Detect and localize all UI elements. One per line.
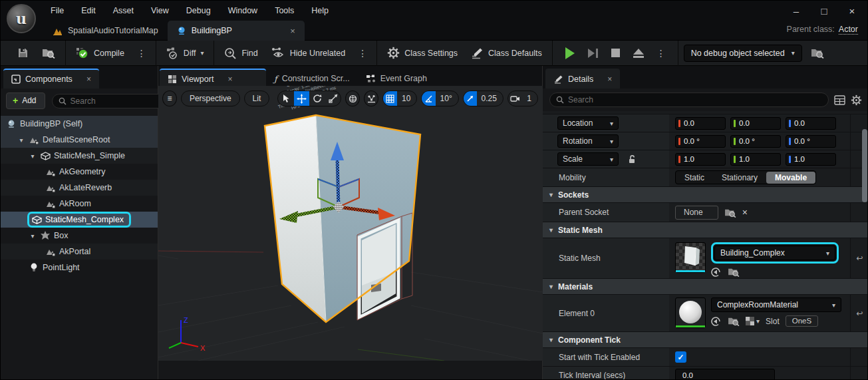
close-panel-icon[interactable]: × [607,75,612,84]
scale-snap-control[interactable]: 0.25 [463,91,504,106]
tree-row-box[interactable]: ▾ Box [1,228,158,244]
details-settings-gear-icon[interactable] [851,95,862,106]
tree-row-defaultsceneroot[interactable]: ▾ DefaultSceneRoot [1,132,158,148]
close-button[interactable]: × [841,2,863,19]
location-z-field[interactable]: 0.0 [786,117,836,130]
static-mesh-asset-dropdown[interactable]: Building_Complex ▾ [714,246,835,260]
grid-snap-control[interactable]: 10 [382,91,417,106]
location-y-field[interactable]: 0.0 [730,117,781,130]
close-tab-icon[interactable]: × [290,26,295,36]
frame-skip-button[interactable] [583,45,603,61]
class-defaults-button[interactable]: Class Defaults [466,44,547,63]
menu-file[interactable]: File [43,3,71,18]
scale-lock-open-icon[interactable] [628,154,636,164]
stop-button[interactable] [607,45,625,61]
slot-name-field[interactable]: OneS [786,315,818,327]
menu-edit[interactable]: Edit [74,3,103,18]
perspective-dropdown[interactable]: Perspective [181,91,240,106]
material-thumbnail[interactable] [675,297,706,328]
scale-y-field[interactable]: 1.0 [730,153,781,166]
camera-speed-control[interactable]: 1 [507,91,538,106]
viewport-3d-scene[interactable]: Z X 445.17 sq ... m Decay: 1.35 secs Aux… [158,86,543,361]
menu-help[interactable]: Help [304,3,336,18]
browse-to-asset-icon[interactable] [728,316,740,326]
menu-window[interactable]: Window [221,3,265,18]
viewport-options-button[interactable]: ≡ [162,91,177,106]
move-tool-button[interactable] [294,91,310,106]
diff-button[interactable]: Diff ▾ [162,44,209,63]
static-mesh-section-header[interactable]: ▾ Static Mesh [543,222,868,238]
minimize-button[interactable]: – [785,2,807,19]
hide-unrelated-button[interactable]: Hide Unrelated [267,44,350,63]
rotation-y-field[interactable]: 0.0 ° [730,135,781,148]
debug-browse-button[interactable] [806,44,829,62]
reset-static-mesh-button[interactable]: ↩ [850,238,868,278]
rotation-dropdown[interactable]: Rotation ▾ [557,134,619,148]
tree-row-aklatereverb[interactable]: AkLateReverb [1,180,158,196]
details-search[interactable] [549,93,829,107]
parent-class-link[interactable]: Actor [839,25,858,35]
find-options-kebab[interactable]: ⋮ [354,47,371,60]
materials-section-header[interactable]: ▾ Materials [543,279,868,295]
debug-object-dropdown[interactable]: No debug object selected ▾ [684,45,802,62]
scale-tool-button[interactable] [325,91,341,106]
tab-components[interactable]: Components × [3,69,99,89]
play-button[interactable] [561,44,579,63]
browse-to-asset-icon[interactable] [728,267,740,277]
details-scrollbar[interactable] [862,129,867,202]
menu-debug[interactable]: Debug [179,3,218,18]
expander-icon[interactable]: ▾ [29,152,37,160]
details-search-input[interactable] [568,95,822,104]
rotation-x-field[interactable]: 0.0 ° [675,135,726,148]
tree-row-akgeometry[interactable]: AkGeometry [1,164,158,180]
tree-row-staticmesh-complex[interactable]: StaticMesh_Complex [1,212,158,228]
mobility-stationary[interactable]: Stationary [713,172,766,184]
rotation-z-field[interactable]: 0.0 ° [786,135,836,148]
tick-interval-field[interactable]: 0.0 [675,369,775,380]
tab-spatialaudiotutorialmap[interactable]: SpatialAudioTutorialMap [43,21,168,41]
surface-snapping-button[interactable] [364,91,378,106]
expander-icon[interactable]: ▾ [17,136,25,144]
compile-options-kebab[interactable]: ⋮ [133,47,150,60]
static-mesh-thumbnail[interactable] [675,242,706,273]
tree-row-staticmesh-simple[interactable]: ▾ StaticMesh_Simple [1,148,158,164]
browse-asset-button[interactable] [37,44,60,62]
clear-socket-icon[interactable]: × [742,207,748,218]
tree-row-buildingbp[interactable]: BuildingBP (Self) [1,116,158,132]
tree-row-pointlight[interactable]: PointLight [1,260,158,276]
location-dropdown[interactable]: Location ▾ [557,116,619,130]
play-options-kebab[interactable]: ⋮ [652,47,670,60]
tree-row-akroom[interactable]: AkRoom [1,196,158,212]
expander-icon[interactable]: ▾ [29,232,37,240]
mobility-static[interactable]: Static [676,172,713,184]
find-button[interactable]: Find [219,44,262,63]
browse-folder-icon[interactable] [724,208,736,218]
close-panel-icon[interactable]: × [227,75,232,84]
component-tick-section-header[interactable]: ▾ Component Tick [543,332,868,348]
tab-details[interactable]: Details × [545,69,620,89]
unreal-logo-icon[interactable]: u [7,4,36,33]
mobility-movable[interactable]: Movable [766,172,815,184]
location-x-field[interactable]: 0.0 [675,117,726,130]
gizmo-z-axis[interactable] [337,158,339,207]
display-filter-icon[interactable] [834,95,845,105]
tab-buildingbp[interactable]: BuildingBP × [168,21,305,41]
rotation-snap-control[interactable]: 10° [421,91,458,106]
rotate-tool-button[interactable] [309,91,325,106]
texture-streaming-dropdown[interactable]: ▾ [746,317,760,325]
scale-x-field[interactable]: 1.0 [675,153,726,166]
menu-tools[interactable]: Tools [267,3,301,18]
parent-socket-value[interactable]: None [675,206,718,220]
use-selected-asset-icon[interactable] [711,268,722,277]
coordinate-system-button[interactable] [345,91,360,106]
scale-dropdown[interactable]: Scale ▾ [557,152,619,166]
select-tool-button[interactable] [278,91,294,106]
sockets-section-header[interactable]: ▾ Sockets [543,187,868,203]
eject-button[interactable] [629,45,649,61]
tick-enabled-checkbox[interactable]: ✓ [675,351,686,363]
add-component-button[interactable]: + Add [6,93,45,109]
use-selected-asset-icon[interactable] [711,317,722,326]
scale-z-field[interactable]: 1.0 [786,153,836,166]
tree-row-akportal[interactable]: AkPortal [1,244,158,260]
close-panel-icon[interactable]: × [86,75,91,84]
